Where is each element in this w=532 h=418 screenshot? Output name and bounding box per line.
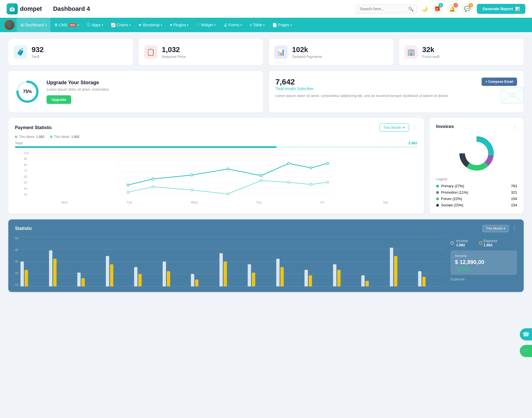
bell-button[interactable]: 🔔 12 bbox=[447, 4, 457, 14]
cart-fab[interactable]: 🛒 bbox=[520, 345, 532, 357]
nav-item-cms[interactable]: ⚙ CMS New ▾ bbox=[50, 18, 83, 32]
price-value: 1,032 bbox=[162, 45, 186, 54]
chevron-down-icon-apps: ▾ bbox=[102, 24, 103, 27]
search-input[interactable] bbox=[360, 7, 408, 11]
generate-report-button[interactable]: Generate Report 📊 bbox=[477, 4, 525, 14]
nav-bar: 👤 ⊞ Dashboard ▾ ⚙ CMS New ▾ ⓘ Apps ▾ 📈 C… bbox=[0, 18, 532, 32]
income-expense-panel: Income 1.982 Expense 1.982 Income $ bbox=[445, 237, 517, 286]
legend-value-promotion: 321 bbox=[511, 190, 517, 194]
chat-button[interactable]: 💬 5 bbox=[462, 4, 472, 14]
legend-color-forum bbox=[436, 198, 439, 200]
expense-box-placeholder: Expense bbox=[451, 277, 517, 281]
nav-item-plugins[interactable]: ♥ Plugins ▾ bbox=[166, 18, 192, 32]
more-options-icon[interactable]: ⋮ bbox=[412, 125, 417, 131]
nav-item-forms[interactable]: 🖨 Forms ▾ bbox=[219, 18, 246, 32]
x-axis-labels: Mon Tue Wed Thu Fri Sat bbox=[24, 201, 417, 204]
new-badge: New bbox=[69, 23, 77, 27]
support-fab[interactable]: ☎ bbox=[520, 328, 532, 340]
svg-point-26 bbox=[288, 181, 290, 183]
bell-badge: 12 bbox=[454, 3, 458, 7]
upgrade-button[interactable]: Upgrade bbox=[47, 95, 71, 104]
chevron-down-icon-charts: ▾ bbox=[129, 24, 131, 27]
email-count: 7,642 bbox=[275, 78, 448, 86]
stat-cards: 🧳 932 Tariff 📋 1,032 Required Price 📊 10… bbox=[8, 39, 524, 65]
legend-color-socials bbox=[436, 204, 439, 207]
chart-header-right: This Month ▾ ⋮ bbox=[379, 124, 417, 132]
dashboard-icon: ⊞ bbox=[21, 23, 24, 27]
logo[interactable]: dompet bbox=[7, 3, 42, 14]
widget-icon: ♡ bbox=[196, 23, 200, 27]
nav-item-widget[interactable]: ♡ Widget ▾ bbox=[192, 18, 219, 32]
stat-card-tariff: 🧳 932 Tariff bbox=[8, 39, 133, 65]
legend-this-week-2: This Week 1.982 bbox=[50, 135, 80, 139]
chevron-down-icon-cms: ▾ bbox=[78, 24, 79, 27]
legend-color-promotion bbox=[436, 191, 439, 194]
plugins-icon: ♥ bbox=[170, 23, 172, 27]
chart-legend: This Week 1.982 This Week 1.982 bbox=[15, 135, 417, 139]
line-chart-svg bbox=[33, 151, 417, 198]
stat-card-price: 📋 1,032 Required Price bbox=[139, 39, 263, 65]
this-month-button[interactable]: This Month ▾ bbox=[379, 124, 409, 132]
moon-icon[interactable]: 🌙 bbox=[421, 6, 428, 12]
compose-email-button[interactable]: + Compose Email bbox=[482, 78, 517, 86]
svg-point-23 bbox=[191, 189, 193, 191]
up-arrow-icon: ↑ bbox=[457, 267, 459, 271]
search-box[interactable]: 🔍 bbox=[356, 4, 417, 14]
income-box-title: Income bbox=[455, 254, 513, 258]
dropdown-arrow-icon: ▾ bbox=[403, 125, 405, 130]
statistic-card: Statistic This Month ▾ ⋮ 50 40 30 20 10 bbox=[8, 219, 524, 292]
legend-color-primary bbox=[436, 185, 439, 188]
svg-point-19 bbox=[310, 167, 312, 169]
email-card-header: 7,642 Total emails Subcriber. Lorem ipsu… bbox=[275, 78, 517, 99]
svg-point-17 bbox=[260, 175, 262, 177]
legend-left-socials: Socials (15%) bbox=[436, 203, 463, 207]
gift-button[interactable]: 🎁 2 bbox=[432, 4, 443, 14]
legend-label-socials: Socials (15%) bbox=[441, 203, 463, 207]
statistic-chart-area: 50 40 30 20 10 bbox=[15, 237, 517, 286]
bar-yellow bbox=[195, 279, 198, 286]
circle-progress: 75% bbox=[15, 79, 40, 104]
progress-bar bbox=[15, 146, 417, 148]
expense-stat-label: Expense bbox=[484, 239, 498, 243]
bar-white bbox=[305, 270, 308, 286]
table-icon: ≡ bbox=[250, 23, 252, 27]
nav-item-apps[interactable]: ⓘ Apps ▾ bbox=[83, 18, 107, 32]
total-value: 3.982 bbox=[408, 141, 417, 145]
expense-stat-value: 1.982 bbox=[484, 243, 498, 247]
bar-group-14 bbox=[390, 248, 417, 286]
chevron-down-icon-plugins: ▾ bbox=[187, 24, 188, 27]
nav-item-pages[interactable]: 📄 Pages ▾ bbox=[268, 18, 296, 32]
bar-yellow bbox=[309, 275, 312, 286]
progress-fill bbox=[15, 146, 277, 148]
statistic-month-button[interactable]: This Month ▾ bbox=[482, 225, 509, 232]
nav-item-table[interactable]: ≡ Table ▾ bbox=[246, 18, 269, 32]
income-legend: Income 1.982 bbox=[451, 239, 468, 247]
invoices-more-icon[interactable]: ⋮ bbox=[512, 124, 517, 130]
email-card: 7,642 Total emails Subcriber. Lorem ipsu… bbox=[269, 71, 524, 112]
invoices-title: Invoices bbox=[436, 124, 454, 129]
bar-group-9 bbox=[248, 264, 275, 286]
invoices-legend-list: Legend Primary (27%) 763 Promotion (11%)… bbox=[436, 177, 517, 208]
svg-point-25 bbox=[260, 179, 262, 182]
nav-item-charts[interactable]: 📈 Charts ▾ bbox=[107, 18, 134, 32]
cart-icon: 🛒 bbox=[523, 348, 530, 354]
bar-group-7 bbox=[191, 274, 218, 286]
bar-white bbox=[21, 261, 24, 286]
bar-white bbox=[361, 275, 365, 286]
bar-yellow bbox=[422, 277, 426, 286]
nav-item-dashboard[interactable]: ⊞ Dashboard ▾ bbox=[17, 18, 50, 32]
bar-group-10 bbox=[276, 259, 303, 286]
header-right: 🔍 🌙 🎁 2 🔔 12 💬 5 Generate Report 📊 bbox=[356, 4, 525, 14]
bar-yellow bbox=[25, 270, 28, 286]
bar-white bbox=[191, 274, 194, 286]
statistic-more-icon[interactable]: ⋮ bbox=[512, 225, 517, 232]
chevron-down-icon-widget: ▾ bbox=[214, 24, 216, 27]
bar-group-3 bbox=[77, 273, 104, 286]
invoices-card: Invoices ⋮ Legend bbox=[429, 118, 524, 214]
chart-card-header: Payment Statistic This Month ▾ ⋮ bbox=[15, 124, 417, 132]
chart-bar-icon: 📊 bbox=[515, 7, 520, 11]
storage-info: Upgrade Your Storage Lorem ipsum dolor s… bbox=[47, 80, 110, 104]
payment-chart-card: Payment Statistic This Month ▾ ⋮ This We… bbox=[8, 118, 424, 214]
legend-this-week-1: This Week 1.982 bbox=[15, 135, 45, 139]
nav-item-bootstrap[interactable]: ★ Bootstrap ▾ bbox=[134, 18, 166, 32]
